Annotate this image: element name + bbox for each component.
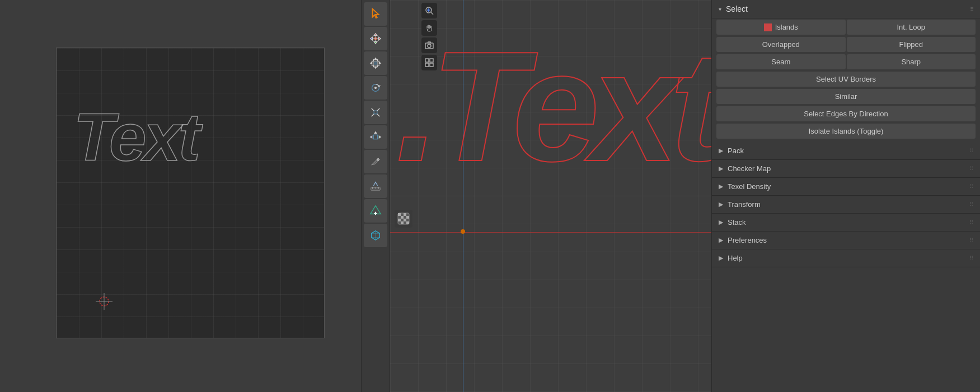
- sharp-btn[interactable]: Sharp: [847, 54, 976, 69]
- uv-borders-row: Select UV Borders: [712, 70, 980, 88]
- texel-density-section-header[interactable]: ▶ Texel Density ⠿: [712, 178, 980, 195]
- rotate-tool-btn[interactable]: [364, 76, 387, 100]
- int-loop-btn[interactable]: Int. Loop: [847, 20, 976, 35]
- checker-map-dots: ⠿: [969, 166, 973, 172]
- help-section-header[interactable]: ▶ Help ⠿: [712, 249, 980, 267]
- pack-section-header[interactable]: ▶ Pack ⠿: [712, 142, 980, 159]
- cursor-tool-btn[interactable]: [364, 2, 387, 26]
- rotate-icon: [369, 82, 382, 94]
- stack-section: ▶ Stack ⠿: [712, 214, 980, 232]
- flipped-label: Flipped: [899, 40, 923, 49]
- seam-label: Seam: [771, 58, 790, 66]
- svg-rect-27: [430, 59, 433, 62]
- cube-icon: [369, 229, 382, 242]
- svg-rect-6: [373, 61, 377, 65]
- islands-icon: [764, 23, 772, 31]
- select-section-dots: ⠿: [970, 6, 973, 12]
- left-3d-viewport: Text: [0, 0, 361, 392]
- svg-rect-33: [401, 216, 404, 219]
- viewport-text-display: Text: [73, 98, 198, 176]
- select-uv-borders-btn[interactable]: Select UV Borders: [716, 72, 976, 87]
- annotate-tool-btn[interactable]: [364, 150, 387, 173]
- svg-point-8: [375, 87, 377, 89]
- move-tool-btn[interactable]: [364, 27, 387, 50]
- zoom-btn[interactable]: [421, 3, 437, 18]
- overlapped-label: Overlapped: [762, 40, 800, 49]
- scale-icon: [369, 106, 382, 119]
- help-arrow-icon: ▶: [719, 254, 723, 262]
- grid-btn[interactable]: [421, 55, 437, 70]
- add-mesh-icon: [369, 205, 382, 217]
- stack-section-header[interactable]: ▶ Stack ⠿: [712, 214, 980, 231]
- int-loop-label: Int. Loop: [897, 23, 925, 31]
- checker-icon: [397, 212, 410, 225]
- scale-tool-btn[interactable]: [364, 101, 387, 124]
- hand-icon: [424, 23, 434, 33]
- transform-arrow-icon: ▶: [719, 201, 723, 208]
- similar-row: Similar: [712, 88, 980, 105]
- uv-grid: [390, 0, 711, 392]
- preferences-title: Preferences: [728, 236, 969, 244]
- islands-btn[interactable]: Islands: [716, 20, 846, 35]
- svg-rect-35: [398, 219, 401, 221]
- stack-title: Stack: [728, 218, 969, 226]
- cursor-icon: [369, 8, 382, 20]
- transform-title: Transform: [728, 200, 969, 209]
- transform-icon: [369, 131, 382, 143]
- camera-icon: [424, 40, 434, 50]
- transform-section: ▶ Transform ⠿: [712, 196, 980, 214]
- seam-btn[interactable]: Seam: [716, 54, 846, 69]
- grid-icon: [424, 58, 434, 68]
- preferences-arrow-icon: ▶: [719, 237, 723, 244]
- checker-toggle-btn[interactable]: [395, 210, 412, 228]
- checker-map-section: ▶ Checker Map ⠿: [712, 160, 980, 178]
- measure-icon: [369, 180, 382, 192]
- select-section-header[interactable]: ▾ Select ⠿: [712, 0, 980, 18]
- overlapped-btn[interactable]: Overlapped: [716, 37, 846, 52]
- uv-origin-dot: [461, 229, 465, 234]
- pan-tool-btn[interactable]: [364, 51, 387, 75]
- svg-rect-9: [374, 111, 377, 114]
- transform-tool-btn[interactable]: [364, 125, 387, 149]
- annotate-icon: [369, 155, 382, 168]
- left-toolbar: [361, 0, 390, 392]
- uv-header-icons: [421, 3, 437, 70]
- zoom-icon: [424, 6, 434, 16]
- texel-density-dots: ⠿: [969, 183, 973, 190]
- preferences-section-header[interactable]: ▶ Preferences ⠿: [712, 232, 980, 249]
- cube-tool-btn[interactable]: [364, 224, 387, 247]
- measure-tool-btn[interactable]: [364, 174, 387, 198]
- crosshair-icon: [96, 293, 112, 310]
- camera-btn[interactable]: [421, 37, 437, 53]
- pan-icon: [369, 57, 382, 69]
- svg-rect-29: [430, 63, 433, 67]
- select-edges-by-direction-btn[interactable]: Select Edges By Direction: [716, 106, 976, 121]
- checker-map-section-header[interactable]: ▶ Checker Map ⠿: [712, 160, 980, 177]
- svg-point-25: [428, 44, 431, 48]
- sharp-label: Sharp: [901, 58, 921, 66]
- transform-section-header[interactable]: ▶ Transform ⠿: [712, 196, 980, 213]
- svg-rect-36: [404, 219, 406, 221]
- texel-density-title: Texel Density: [728, 182, 969, 191]
- overlapped-flipped-row: Overlapped Flipped: [712, 36, 980, 53]
- hand-pan-btn[interactable]: [421, 20, 437, 36]
- flipped-btn[interactable]: Flipped: [847, 37, 976, 52]
- similar-btn[interactable]: Similar: [716, 89, 976, 104]
- svg-rect-34: [406, 216, 409, 219]
- move-icon: [369, 32, 382, 45]
- stack-arrow-icon: ▶: [719, 219, 723, 226]
- edges-direction-row: Select Edges By Direction: [712, 105, 980, 122]
- checker-map-arrow-icon: ▶: [719, 165, 723, 172]
- preferences-dots: ⠿: [969, 237, 973, 243]
- svg-line-21: [431, 12, 433, 15]
- svg-rect-31: [398, 213, 401, 216]
- svg-rect-10: [373, 135, 377, 139]
- uv-editor: .Text: [390, 0, 711, 392]
- stack-dots: ⠿: [969, 219, 973, 225]
- svg-rect-26: [425, 59, 429, 62]
- select-arrow-icon: ▾: [719, 6, 721, 12]
- svg-rect-28: [425, 63, 429, 67]
- isolate-islands-btn[interactable]: Isolate Islands (Toggle): [716, 124, 976, 139]
- uv-vertical-guide: [463, 0, 463, 392]
- add-mesh-tool-btn[interactable]: [364, 199, 387, 223]
